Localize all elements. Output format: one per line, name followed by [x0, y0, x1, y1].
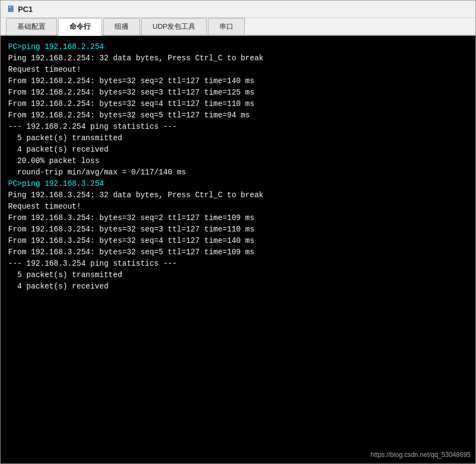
terminal-line: From 192.168.2.254: bytes=32 seq=4 ttl=1… [8, 98, 468, 110]
terminal-line: From 192.168.3.254: bytes=32 seq=3 ttl=1… [8, 224, 468, 235]
tab-4[interactable]: 串口 [208, 18, 245, 35]
tab-2[interactable]: 组播 [103, 18, 140, 35]
tab-3[interactable]: UDP发包工具 [141, 18, 207, 35]
terminal-line: Ping 192.168.3.254: 32 data bytes, Press… [8, 190, 468, 201]
terminal-line: 5 packet(s) transmitted [8, 269, 468, 281]
window-icon: 🖥 [6, 4, 15, 14]
tab-1[interactable]: 命令行 [58, 18, 102, 36]
terminal-line: --- 192.168.3.254 ping statistics --- [8, 258, 468, 269]
terminal-line: 5 packet(s) transmitted [8, 133, 468, 144]
tab-0[interactable]: 基础配置 [6, 18, 57, 35]
terminal-line: 4 packet(s) received [8, 281, 468, 292]
terminal-line: 20.00% packet loss [8, 155, 468, 167]
terminal-line: From 192.168.3.254: bytes=32 seq=2 ttl=1… [8, 212, 468, 224]
terminal-line: From 192.168.3.254: bytes=32 seq=5 ttl=1… [8, 247, 468, 258]
terminal-line: PC>ping 192.168.2.254 [8, 41, 468, 53]
window-title: PC1 [18, 5, 33, 14]
title-bar: 🖥 PC1 [1, 1, 475, 18]
terminal-line: From 192.168.2.254: bytes=32 seq=5 ttl=1… [8, 110, 468, 121]
terminal-line: --- 192.168.2.254 ping statistics --- [8, 121, 468, 133]
terminal-line: Ping 192.168.2.254: 32 data bytes, Press… [8, 53, 468, 64]
tab-bar: 基础配置命令行组播UDP发包工具串口 [1, 18, 475, 36]
terminal-output[interactable]: PC>ping 192.168.2.254Ping 192.168.2.254:… [1, 36, 475, 463]
terminal-line: Request timeout! [8, 64, 468, 76]
terminal-line: Request timeout! [8, 201, 468, 212]
terminal-line: From 192.168.2.254: bytes=32 seq=2 ttl=1… [8, 76, 468, 87]
terminal-line: PC>ping 192.168.3.254 [8, 178, 468, 190]
terminal-line: From 192.168.2.254: bytes=32 seq=3 ttl=1… [8, 87, 468, 98]
main-window: 🖥 PC1 基础配置命令行组播UDP发包工具串口 PC>ping 192.168… [0, 0, 476, 464]
terminal-line: 4 packet(s) received [8, 144, 468, 155]
watermark: https://blog.csdn.net/qq_53048695 [371, 451, 471, 459]
terminal-line: round-trip min/avg/max = 0/117/140 ms [8, 167, 468, 178]
terminal-line: From 192.168.3.254: bytes=32 seq=4 ttl=1… [8, 235, 468, 247]
